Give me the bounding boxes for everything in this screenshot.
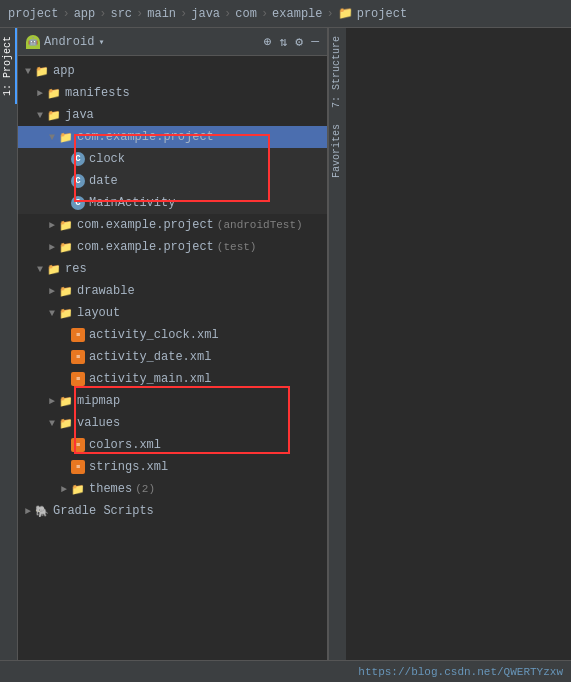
tree-item-activity-clock[interactable]: ▼ ≡ activity_clock.xml (18, 324, 327, 346)
item-label-colors: colors.xml (89, 438, 161, 452)
tree-item-test[interactable]: ► 📁 com.example.project (test) (18, 236, 327, 258)
tree-item-colors[interactable]: ▼ ≡ colors.xml (18, 434, 327, 456)
settings-icon[interactable]: ⚙ (295, 34, 303, 50)
collapse-icon[interactable]: ⇅ (280, 34, 288, 50)
breadcrumb-item[interactable]: project (357, 7, 407, 21)
toggle-icon: ► (58, 484, 70, 495)
folder-icon: 📁 (34, 63, 50, 79)
tree-item-activity-main[interactable]: ▼ ≡ activity_main.xml (18, 368, 327, 390)
tree-item-activity-date[interactable]: ▼ ≡ activity_date.xml (18, 346, 327, 368)
toggle-icon: ► (46, 220, 58, 231)
item-label-drawable: drawable (77, 284, 135, 298)
tree-item-drawable[interactable]: ► 📁 drawable (18, 280, 327, 302)
toggle-icon: ► (46, 242, 58, 253)
favorites-tab[interactable]: Favorites (329, 116, 346, 186)
breadcrumb-sep: › (180, 7, 187, 21)
item-label-themes: themes (89, 482, 132, 496)
folder-icon: 📁 (46, 261, 62, 277)
left-tabs: 1: Project (0, 28, 18, 682)
tree-item-res[interactable]: ▼ 📁 res (18, 258, 327, 280)
panel-header-right: ⊕ ⇅ ⚙ — (264, 34, 319, 50)
breadcrumb-item[interactable]: main (147, 7, 176, 21)
bottom-link[interactable]: https://blog.csdn.net/QWERTYzxw (358, 666, 563, 678)
breadcrumb-item[interactable]: java (191, 7, 220, 21)
project-tab[interactable]: 1: Project (0, 28, 17, 104)
tree-item-layout[interactable]: ▼ 📁 layout (18, 302, 327, 324)
folder-icon: 📁 (46, 85, 62, 101)
java-class-icon: C (70, 151, 86, 167)
toggle-spacer: ▼ (58, 154, 70, 165)
tree-item-com-example-project[interactable]: ▼ 📁 com.example.project (18, 126, 327, 148)
breadcrumb-item[interactable]: src (110, 7, 132, 21)
item-label-clock: clock (89, 152, 125, 166)
package-folder-icon: 📁 (58, 217, 74, 233)
item-label-themes-suffix: (2) (135, 483, 155, 495)
tree-item-manifests[interactable]: ► 📁 manifests (18, 82, 327, 104)
toggle-spacer: ▼ (58, 352, 70, 363)
locate-icon[interactable]: ⊕ (264, 34, 272, 50)
toggle-icon: ► (46, 396, 58, 407)
toggle-icon: ▼ (46, 418, 58, 429)
item-label-activity-main: activity_main.xml (89, 372, 211, 386)
toggle-spacer: ▼ (58, 330, 70, 341)
toggle-spacer: ▼ (58, 440, 70, 451)
item-label-package: com.example.project (77, 130, 214, 144)
android-dropdown-label[interactable]: Android (44, 35, 94, 49)
breadcrumb-item[interactable]: com (235, 7, 257, 21)
folder-icon: 📁 (70, 481, 86, 497)
project-panel: 🤖 Android ▾ ⊕ ⇅ ⚙ — ▼ 📁 app (18, 28, 328, 682)
breadcrumb-item[interactable]: app (74, 7, 96, 21)
tree-item-androidtest[interactable]: ► 📁 com.example.project (androidTest) (18, 214, 327, 236)
breadcrumb-sep: › (62, 7, 69, 21)
toggle-icon: ▼ (34, 264, 46, 275)
folder-icon: 📁 (338, 6, 353, 21)
toggle-icon: ▼ (46, 132, 58, 143)
toggle-spacer: ▼ (58, 176, 70, 187)
toggle-spacer: ▼ (58, 462, 70, 473)
android-icon: 🤖 (26, 35, 40, 49)
item-label-activity-clock: activity_clock.xml (89, 328, 219, 342)
tree-item-mainactivity[interactable]: ▼ C MainActivity (18, 192, 327, 214)
folder-icon: 📁 (58, 305, 74, 321)
xml-file-icon: ≡ (70, 371, 86, 387)
item-label-activity-date: activity_date.xml (89, 350, 211, 364)
gradle-icon: 🐘 (34, 503, 50, 519)
folder-icon: 📁 (58, 415, 74, 431)
tree-item-java[interactable]: ▼ 📁 java (18, 104, 327, 126)
tree-item-mipmap[interactable]: ► 📁 mipmap (18, 390, 327, 412)
folder-icon: 📁 (58, 283, 74, 299)
tree-item-strings[interactable]: ▼ ≡ strings.xml (18, 456, 327, 478)
xml-file-icon: ≡ (70, 327, 86, 343)
right-tabs: 7: Structure Favorites (328, 28, 346, 682)
xml-file-icon: ≡ (70, 349, 86, 365)
structure-tab[interactable]: 7: Structure (329, 28, 346, 116)
item-label-res: res (65, 262, 87, 276)
item-label-layout: layout (77, 306, 120, 320)
item-label-manifests: manifests (65, 86, 130, 100)
breadcrumb-item[interactable]: example (272, 7, 322, 21)
tree-item-clock[interactable]: ▼ C clock (18, 148, 327, 170)
project-tree[interactable]: ▼ 📁 app ► 📁 manifests ▼ 📁 java (18, 56, 327, 526)
tree-item-date[interactable]: ▼ C date (18, 170, 327, 192)
item-label-mipmap: mipmap (77, 394, 120, 408)
java-class-icon: C (70, 195, 86, 211)
item-label-app: app (53, 64, 75, 78)
tree-item-app[interactable]: ▼ 📁 app (18, 60, 327, 82)
item-label-test: com.example.project (77, 240, 214, 254)
item-label-androidtest: com.example.project (77, 218, 214, 232)
breadcrumb-item[interactable]: project (8, 7, 58, 21)
tree-item-values[interactable]: ▼ 📁 values (18, 412, 327, 434)
minimize-icon[interactable]: — (311, 34, 319, 49)
dropdown-arrow-icon[interactable]: ▾ (98, 36, 104, 48)
tree-item-themes[interactable]: ► 📁 themes (2) (18, 478, 327, 500)
editor-area (346, 28, 571, 682)
breadcrumb-sep: › (99, 7, 106, 21)
java-class-icon: C (70, 173, 86, 189)
xml-file-icon: ≡ (70, 437, 86, 453)
breadcrumb-sep: › (261, 7, 268, 21)
breadcrumb-sep: › (327, 7, 334, 21)
tree-item-gradle[interactable]: ► 🐘 Gradle Scripts (18, 500, 327, 522)
toggle-icon: ► (34, 88, 46, 99)
item-label-date: date (89, 174, 118, 188)
toggle-icon: ► (46, 286, 58, 297)
